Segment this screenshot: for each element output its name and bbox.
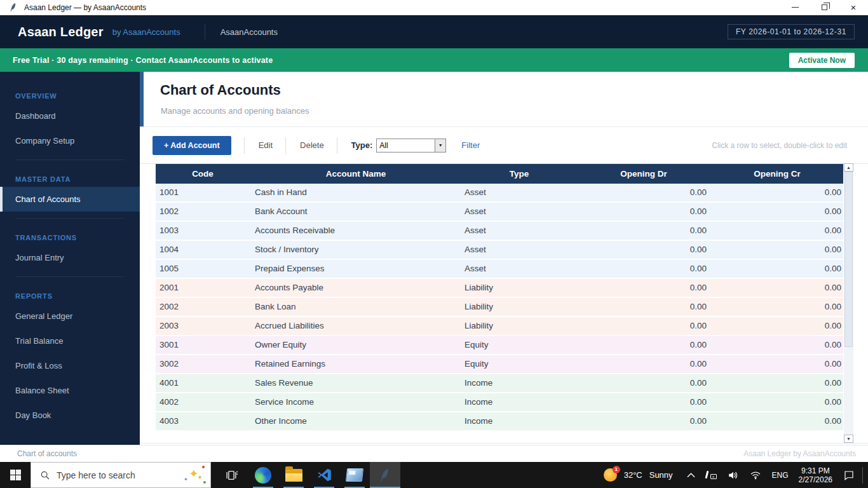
table-cell-name: Owner Equity <box>250 336 462 354</box>
trial-banner: Free Trial · 30 days remaining · Contact… <box>0 48 868 72</box>
close-button[interactable]: × <box>839 0 868 15</box>
weather-widget[interactable]: 1 32°C Sunny <box>604 468 673 482</box>
restore-button[interactable] <box>810 0 839 15</box>
table-cell-code: 2002 <box>156 298 250 316</box>
wifi-icon <box>750 470 761 480</box>
toolbar: + Add Account Edit Delete Type: All ▼ Fi… <box>140 127 868 164</box>
table-row[interactable]: 1005Prepaid ExpensesAsset0.000.00 <box>156 260 843 279</box>
delete-button[interactable]: Delete <box>300 140 324 150</box>
add-account-button[interactable]: + Add Account <box>153 136 231 155</box>
sidebar-item-dashboard[interactable]: Dashboard <box>0 104 140 128</box>
pen-input-button[interactable]: x <box>706 471 717 479</box>
clock-date: 2/27/2026 <box>799 475 832 484</box>
column-header-account-name[interactable]: Account Name <box>250 164 462 184</box>
scrollbar-thumb[interactable] <box>844 172 853 347</box>
table-row[interactable]: 2002Bank LoanLiability0.000.00 <box>156 298 843 317</box>
sidebar-item-balance-sheet[interactable]: Balance Sheet <box>0 378 140 403</box>
type-filter-dropdown[interactable]: All ▼ <box>376 139 446 152</box>
taskbar-search-input[interactable]: Type here to search ✦✦✦ <box>31 462 211 488</box>
sidebar-item-general-ledger[interactable]: General Ledger <box>0 304 140 329</box>
table-cell-code: 3001 <box>156 336 250 354</box>
task-view-button[interactable] <box>216 462 247 488</box>
start-button[interactable] <box>0 462 31 488</box>
minimize-button[interactable] <box>780 0 810 15</box>
taskbar-app-edge[interactable] <box>248 462 278 488</box>
sidebar-item-day-book[interactable]: Day Book <box>0 403 140 428</box>
column-header-opening-dr[interactable]: Opening Dr <box>576 164 711 184</box>
table-row[interactable]: 2003Accrued LiabilitiesLiability0.000.00 <box>156 317 843 336</box>
table-row[interactable]: 1002Bank AccountAsset0.000.00 <box>156 203 843 222</box>
table-cell-dr: 0.00 <box>576 393 711 411</box>
table-row[interactable]: 4002Service IncomeIncome0.000.00 <box>156 393 843 412</box>
table-cell-type: Asset <box>462 260 576 278</box>
activate-now-button[interactable]: Activate Now <box>789 53 855 68</box>
table-cell-code: 1001 <box>156 184 250 201</box>
sidebar-item-trial-balance[interactable]: Trial Balance <box>0 329 140 353</box>
action-center-button[interactable] <box>843 470 855 481</box>
table-row[interactable]: 1001Cash in HandAsset0.000.00 <box>156 184 843 203</box>
edit-button[interactable]: Edit <box>259 140 273 150</box>
sidebar-item-journal-entry[interactable]: Journal Entry <box>0 245 140 270</box>
column-header-code[interactable]: Code <box>156 164 250 184</box>
table-cell-name: Sales Revenue <box>250 374 462 392</box>
window-controls: × <box>780 0 868 15</box>
copilot-sparkle-icon: ✦✦✦ <box>185 466 207 485</box>
taskbar-app-vscode[interactable] <box>309 462 339 488</box>
sidebar-section-label: MASTER DATA <box>0 166 140 187</box>
page-header: Chart of Accounts Manage accounts and op… <box>140 72 868 127</box>
sidebar-section-label: REPORTS <box>0 283 140 304</box>
table-cell-dr: 0.00 <box>576 336 711 354</box>
hidden-icons-button[interactable] <box>687 473 695 478</box>
table-cell-cr: 0.00 <box>711 355 843 373</box>
taskbar-app-terminal[interactable] <box>339 462 370 488</box>
table-row[interactable]: 2001Accounts PayableLiability0.000.00 <box>156 279 843 298</box>
clock-time: 9:31 PM <box>801 466 830 475</box>
table-cell-dr: 0.00 <box>576 222 711 240</box>
scroll-up-icon[interactable]: ▲ <box>844 163 853 172</box>
taskbar-clock[interactable]: 9:31 PM 2/27/2026 <box>799 466 832 484</box>
scroll-down-icon[interactable]: ▼ <box>844 435 853 443</box>
brand-title: Asaan Ledger <box>18 25 104 39</box>
column-header-type[interactable]: Type <box>462 164 576 184</box>
sidebar-item-profit-loss[interactable]: Profit & Loss <box>0 353 140 378</box>
page-subtitle: Manage accounts and opening balances <box>161 106 309 116</box>
chevron-up-icon <box>687 473 695 478</box>
table-cell-type: Equity <box>462 336 576 354</box>
table-cell-name: Bank Account <box>250 203 462 220</box>
table-row[interactable]: 1004Stock / InventoryAsset0.000.00 <box>156 241 843 260</box>
table-row[interactable]: 4001Sales RevenueIncome0.000.00 <box>156 374 843 393</box>
language-indicator[interactable]: ENG <box>772 471 789 480</box>
filter-button[interactable]: Filter <box>461 140 480 150</box>
taskbar-app-python-active[interactable] <box>370 462 400 488</box>
table-row[interactable]: 3002Retained EarningsEquity0.000.00 <box>156 355 843 374</box>
volume-button[interactable] <box>728 470 739 481</box>
table-vertical-scrollbar[interactable]: ▲ ▼ <box>844 163 853 443</box>
sun-weather-icon: 1 <box>604 468 617 482</box>
sidebar-item-company-setup[interactable]: Company Setup <box>0 128 140 153</box>
column-header-opening-cr[interactable]: Opening Cr <box>711 164 843 184</box>
table-row[interactable]: 4003Other IncomeIncome0.000.00 <box>156 412 843 431</box>
chevron-down-icon[interactable]: ▼ <box>435 139 445 152</box>
table-cell-dr: 0.00 <box>576 412 711 430</box>
table-cell-cr: 0.00 <box>711 222 843 240</box>
terminal-icon <box>346 468 363 482</box>
taskbar-app-file-explorer[interactable] <box>278 462 309 488</box>
table-cell-dr: 0.00 <box>576 317 711 335</box>
content-area: Chart of Accounts Manage accounts and op… <box>140 72 868 445</box>
table-cell-name: Prepaid Expenses <box>250 260 462 278</box>
task-view-icon <box>224 468 238 482</box>
table-row[interactable]: 3001Owner EquityEquity0.000.00 <box>156 336 843 355</box>
table-row[interactable]: 1003Accounts ReceivableAsset0.000.00 <box>156 222 843 241</box>
weather-temperature: 32°C <box>624 470 642 480</box>
table-cell-code: 3002 <box>156 355 250 373</box>
table-cell-cr: 0.00 <box>711 374 843 392</box>
table-header-row: Code Account Name Type Opening Dr Openin… <box>156 164 843 184</box>
table-cell-code: 4002 <box>156 393 250 411</box>
table-cell-dr: 0.00 <box>576 241 711 259</box>
table-cell-dr: 0.00 <box>576 298 711 316</box>
header-separator <box>205 24 205 39</box>
sidebar-item-chart-of-accounts[interactable]: Chart of Accounts <box>0 187 140 212</box>
weather-description: Sunny <box>649 470 673 480</box>
network-button[interactable] <box>750 470 761 480</box>
minimize-icon <box>792 7 799 8</box>
